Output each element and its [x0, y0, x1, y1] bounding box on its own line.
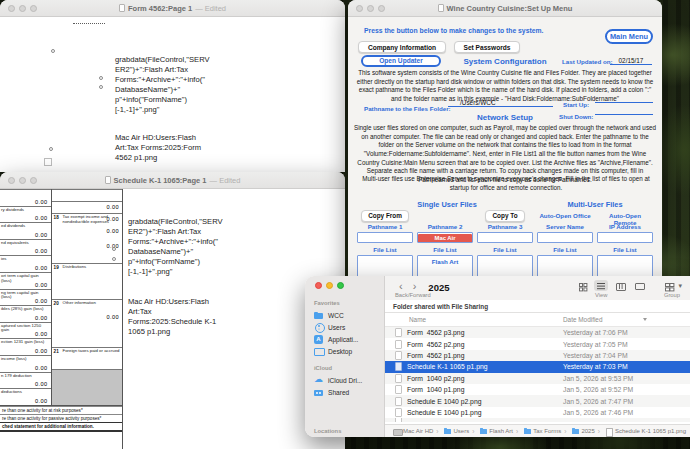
marker-circle: [99, 85, 103, 89]
pathname-input[interactable]: [597, 232, 653, 243]
name-column-header[interactable]: Name: [409, 316, 426, 323]
file-row[interactable]: Schedule E 1040 p2.png Jan 5, 2026 at 7:…: [385, 395, 690, 406]
file-row[interactable]: Form 1040 p1.png Jan 5, 2026 at 9:52 PM: [385, 384, 690, 395]
back-icon[interactable]: ‹: [399, 281, 403, 291]
sidebar-item[interactable]: iCloud: [314, 362, 384, 374]
form-cell: 20 Other information 0.00: [52, 299, 122, 347]
file-name: Schedule E 1040 p2.png: [407, 398, 481, 405]
pathname-input[interactable]: [357, 232, 413, 243]
file-row[interactable]: Form 1040 p2.png Jan 5, 2026 at 9:53 PM: [385, 373, 690, 384]
pathname-input[interactable]: Mac Air HD:Users: [417, 232, 473, 243]
list-view-icon[interactable]: [594, 280, 608, 291]
k1-right-column: 0.00 0.00 18: [52, 189, 122, 405]
form-cell: ection 1231 gain (loss) 0.00: [0, 338, 51, 355]
form-footer-line: re than one activity for passive activit…: [0, 414, 122, 422]
path-segment[interactable]: Schedule K-1 1065 p1.png: [598, 428, 686, 435]
file-row[interactable]: Schedule E 1040 p1.png Jan 5, 2026 at 7:…: [385, 407, 690, 418]
pathname-input[interactable]: [477, 232, 533, 243]
last-updated-value[interactable]: 02/15/17: [610, 57, 652, 65]
startup-field[interactable]: [595, 95, 653, 103]
sidebar-item[interactable]: WCC: [314, 309, 384, 321]
group-control[interactable]: ▾: [661, 280, 682, 291]
file-thumbnail-icon: [395, 408, 402, 417]
company-information-button[interactable]: Company Information: [358, 41, 446, 53]
file-row[interactable]: Form 4562 p3.png Yesterday at 7:06 PM: [385, 327, 690, 338]
window-title: Schedule K-1 1065:Page 1 — Edited: [0, 176, 345, 185]
path-segment[interactable]: 2025: [564, 428, 595, 435]
close-button[interactable]: [315, 282, 322, 289]
file-row[interactable]: Form 4562 p1.png Yesterday at 7:04 PM: [385, 350, 690, 361]
column-action[interactable]: Copy To: [477, 210, 533, 223]
sidebar-item[interactable]: Favorites: [314, 297, 384, 309]
document-proxy-icon: [105, 176, 111, 184]
schedule-k1-canvas[interactable]: 0.00 ry dividends 0.00 ed dividends 0.00: [0, 189, 345, 449]
script-calculation-text: grabdata(FileControl,"SERV ER2")+":Flash…: [128, 217, 250, 277]
minimize-button[interactable]: [326, 282, 333, 289]
shutdown-field[interactable]: [595, 107, 653, 115]
sort-direction-icon: [643, 318, 647, 321]
column-action[interactable]: Copy From: [357, 210, 413, 223]
marker-circle: [112, 247, 116, 251]
intro-text: Press the button below to make changes t…: [364, 27, 543, 34]
sidebar-item[interactable]: Applicati...: [314, 333, 384, 345]
dotted-rule: [73, 23, 105, 24]
sidebar-item-icon: [314, 346, 324, 356]
sidebar-item[interactable]: Users: [314, 321, 384, 333]
file-date-modified: Jan 5, 2026 at 7:47 PM: [563, 398, 633, 405]
result-path-text: Mac Air HD:Users:Flash Art:Tax Forms:202…: [115, 133, 237, 163]
column-action[interactable]: Auto-Open Office: [537, 210, 593, 223]
form-footer-line: ched statement for additional informatio…: [0, 422, 122, 432]
window-schedule-k1: Schedule K-1 1065:Page 1 — Edited 0.00: [0, 172, 345, 449]
file-list-label: File List: [597, 246, 653, 255]
file-name: Form 4562 p2.png: [407, 341, 464, 348]
file-row[interactable]: Form 4562 p2.png Yesterday at 7:05 PM: [385, 338, 690, 349]
sidebar-item[interactable]: Shared: [314, 386, 384, 398]
gallery-view-icon[interactable]: [632, 280, 646, 291]
column-view-icon[interactable]: [613, 280, 627, 291]
view-switcher: [575, 280, 646, 291]
form-cell: ies 0.00: [0, 255, 51, 272]
column-action[interactable]: Auto-Open Remote: [597, 210, 653, 223]
file-name: Form 1040 p2.png: [407, 375, 464, 382]
date-modified-column-header[interactable]: Date Modified: [563, 316, 602, 323]
sidebar-item-icon: [314, 310, 324, 320]
icon-view-icon[interactable]: [575, 280, 589, 291]
window-title: Wine Country Cuisine:Set Up Menu: [348, 4, 662, 13]
finder-toolbar: ‹ › 2025 Back/Forward View ▾ Group: [385, 276, 690, 300]
single-user-files-title: Single User Files: [357, 200, 537, 209]
pathname-input[interactable]: [537, 232, 593, 243]
sharing-status-bar: Folder shared with File Sharing: [385, 300, 690, 313]
back-forward-caption: Back/Forward: [395, 292, 431, 298]
path-segment[interactable]: Flash Art: [472, 428, 513, 435]
window-form-4562: Form 4562:Page 1 — Edited grabdata(FileC…: [0, 0, 345, 172]
edited-indicator: — Edited: [195, 4, 226, 13]
sidebar-item-icon: [314, 334, 324, 344]
window-setup-menu: Wine Country Cuisine:Set Up Menu Press t…: [348, 0, 662, 300]
finder-main: ‹ › 2025 Back/Forward View ▾ Group: [385, 276, 690, 437]
zoom-button[interactable]: [337, 282, 344, 289]
list-header-row: Name Date Modified: [385, 313, 690, 327]
sidebar-item[interactable]: iCloud Dri...: [314, 374, 384, 386]
forward-icon[interactable]: ›: [413, 281, 417, 291]
form-cell: ng term capital gain (loss) 0.00: [0, 289, 51, 306]
file-row-clipped[interactable]: [385, 418, 690, 422]
window-title-text: Wine Country Cuisine:Set Up Menu: [447, 4, 573, 13]
path-segment[interactable]: Mac Air HD: [393, 428, 433, 435]
k1-form-footer: re than one activity for at risk purpose…: [0, 405, 122, 432]
file-list: Form 4562 p3.png Yesterday at 7:06 PM Fo…: [385, 327, 690, 424]
column-header: Pathname 2: [417, 223, 473, 232]
path-segment[interactable]: Tax Forms: [516, 428, 561, 435]
chevron-down-icon: ▾: [678, 282, 682, 290]
file-row[interactable]: Schedule K-1 1065 p1.png Yesterday at 7:…: [385, 361, 690, 372]
last-updated-label: Last Updated on:: [562, 58, 613, 65]
column-header: Pathname 3: [477, 223, 533, 232]
set-passwords-button[interactable]: Set Passwords: [454, 41, 520, 53]
marker-circle: [112, 257, 116, 261]
sidebar-item[interactable]: Desktop: [314, 345, 384, 357]
main-menu-button[interactable]: Main Menu: [605, 29, 653, 44]
form-cell: income (loss) 0.00: [0, 355, 51, 372]
form-4562-canvas[interactable]: grabdata(FileControl,"SERV ER2")+":Flash…: [0, 17, 345, 172]
pathname-field[interactable]: /Users/WCC: [448, 99, 553, 107]
path-segment[interactable]: Users: [436, 428, 469, 435]
form-cell: ort term capital gain (loss) 0.00: [0, 272, 51, 289]
